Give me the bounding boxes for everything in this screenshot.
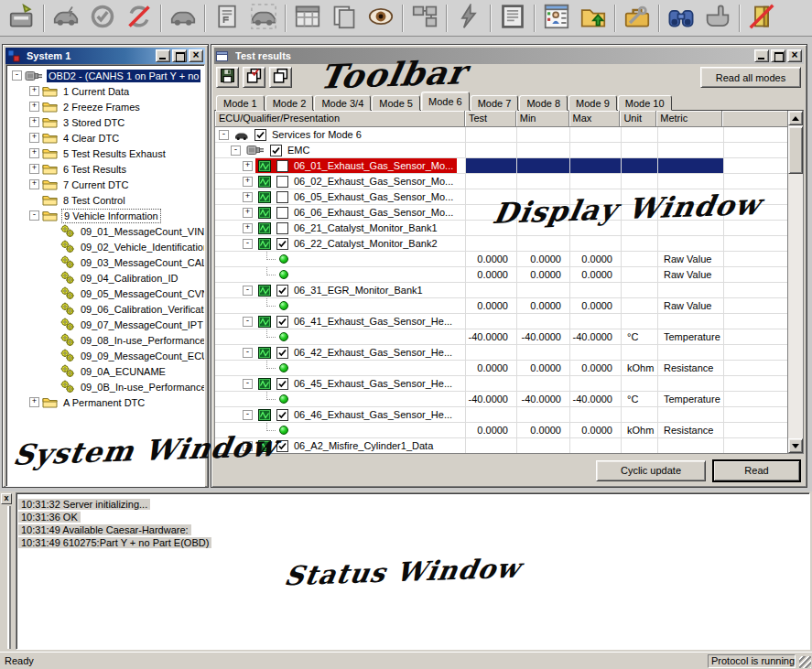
tree-item[interactable]: +4 Clear DTC	[6, 130, 204, 146]
tree-item-label[interactable]: 09_09_MessageCount_ECUN	[79, 350, 205, 362]
expand-icon[interactable]: +	[29, 148, 39, 158]
row-label[interactable]: 06_45_Exhaust_Gas_Sensor_He...	[292, 378, 454, 389]
minimize-button[interactable]	[156, 49, 170, 62]
toolbar-button-binoculars[interactable]	[663, 3, 699, 34]
tree-item[interactable]: +3 Stored DTC	[6, 114, 204, 130]
row-label[interactable]: 06_05_Exhaust_Gas_Sensor_Mo...	[292, 191, 455, 202]
toolbar-button-check-circle[interactable]	[84, 3, 121, 34]
row-label[interactable]: EMC	[286, 145, 311, 156]
tree-item-label[interactable]: 2 Freeze Frames	[61, 101, 142, 113]
toolbar-button-documents[interactable]	[326, 3, 363, 34]
row-label[interactable]: Services for Mode 6	[270, 129, 363, 140]
table-row[interactable]: -06_41_Exhaust_Gas_Sensor_He...	[215, 314, 787, 329]
toolbar-button-book[interactable]	[494, 3, 531, 34]
table-value-row[interactable]: 0.00000.00000.0000Raw Value	[215, 252, 787, 267]
expand-icon[interactable]: +	[243, 208, 253, 218]
expand-icon[interactable]: +	[29, 397, 39, 407]
collapse-icon[interactable]: -	[243, 239, 253, 249]
expand-icon[interactable]: +	[29, 86, 39, 96]
collapse-icon[interactable]: -	[243, 410, 253, 420]
checkbox-checked[interactable]	[276, 409, 288, 421]
toolbar-button-lightning[interactable]	[450, 3, 487, 34]
copy-selection-button[interactable]	[269, 67, 292, 88]
collapse-icon[interactable]: -	[12, 70, 22, 81]
tree-item-label[interactable]: 7 Current DTC	[61, 178, 131, 191]
tree-item-label[interactable]: 6 Test Results	[61, 163, 128, 176]
read-all-modes-button[interactable]: Read all modes	[700, 67, 801, 88]
tab-mode-2[interactable]: Mode 2	[265, 95, 314, 111]
tree-item[interactable]: 09_03_MessageCount_CALID	[6, 254, 204, 270]
checkbox-unchecked[interactable]	[276, 207, 288, 219]
checkbox-checked[interactable]	[276, 347, 288, 359]
table-row[interactable]: +06_01_Exhaust_Gas_Sensor_Mo...	[215, 158, 787, 174]
tree-item[interactable]: +6 Test Results	[6, 161, 204, 177]
table-row[interactable]: -06_31_EGR_Monitor_Bank1	[215, 283, 787, 298]
tree-item[interactable]: 09_02_Vehicle_Identification	[6, 239, 204, 254]
tree-item-label[interactable]: 09_08_In-use_Performance_	[79, 334, 205, 347]
resize-grip[interactable]	[799, 656, 811, 668]
tree-item-label[interactable]: 09_01_MessageCount_VIN	[79, 225, 205, 238]
column-header-ecu[interactable]: ECU/Qualifier/Presentation	[215, 111, 465, 127]
toolbar-button-table-window[interactable]	[289, 3, 326, 34]
checkbox-unchecked[interactable]	[276, 191, 288, 203]
checkbox-checked[interactable]	[276, 316, 288, 328]
checkbox-unchecked[interactable]	[276, 160, 288, 172]
table-row[interactable]: +06_02_Exhaust_Gas_Sensor_Mo...	[215, 174, 787, 189]
tree-item[interactable]: 8 Test Control	[6, 192, 204, 208]
system-window-titlebar[interactable]: System 1	[5, 48, 205, 64]
checkbox-checked[interactable]	[276, 440, 288, 452]
column-header-min[interactable]: Min	[516, 111, 569, 127]
column-header-test[interactable]: Test	[465, 111, 516, 127]
tree-item-label[interactable]: 8 Test Control	[61, 194, 127, 207]
cyclic-update-button[interactable]: Cyclic update	[596, 460, 706, 481]
tree-item[interactable]: 09_01_MessageCount_VIN	[6, 223, 204, 239]
tree-item-label[interactable]: A Permanent DTC	[61, 396, 146, 409]
tab-mode-5[interactable]: Mode 5	[372, 95, 420, 111]
toolbar-button-eye[interactable]	[363, 3, 399, 34]
table-row[interactable]: -06_42_Exhaust_Gas_Sensor_He...	[215, 345, 787, 361]
tree-item-label[interactable]: 1 Current Data	[61, 85, 131, 98]
toolbar-button-toolbox[interactable]	[619, 3, 655, 34]
toolbar-button-document-notes[interactable]	[209, 3, 245, 34]
table-row[interactable]: -06_45_Exhaust_Gas_Sensor_He...	[215, 376, 787, 392]
table-value-row[interactable]: -40.0000-40.0000-40.0000°CTemperature	[215, 329, 787, 345]
collapse-icon[interactable]: -	[243, 286, 253, 296]
tab-mode-10[interactable]: Mode 10	[618, 95, 672, 111]
minimize-button[interactable]	[754, 49, 769, 62]
column-header-unit[interactable]: Unit	[620, 111, 656, 127]
table-row[interactable]: +06_21_Catalyst_Monitor_Bank1	[215, 221, 787, 236]
table-value-row[interactable]: 0.00000.00000.0000Raw Value	[215, 298, 787, 314]
column-header-metric[interactable]: Metric	[656, 111, 722, 127]
toolbar-button-car-flash[interactable]	[48, 3, 84, 34]
collapse-icon[interactable]: -	[243, 379, 253, 389]
collapse-icon[interactable]: -	[243, 348, 253, 358]
row-label[interactable]: 06_31_EGR_Monitor_Bank1	[292, 285, 425, 296]
vertical-scrollbar[interactable]	[787, 111, 803, 453]
toolbar-button-hand-point[interactable]	[699, 3, 736, 34]
checkbox-checked[interactable]	[276, 238, 288, 250]
status-drag-grip[interactable]	[7, 506, 11, 649]
expand-icon[interactable]: +	[29, 102, 39, 112]
tree-item[interactable]: 09_0A_ECUNAME	[6, 363, 204, 379]
column-header-max[interactable]: Max	[569, 111, 621, 127]
expand-icon[interactable]: +	[243, 161, 253, 171]
tree-item-label[interactable]: 09_02_Vehicle_Identification	[79, 241, 205, 254]
tree-item[interactable]: 09_07_MessageCount_IPT	[6, 317, 204, 332]
tree-item[interactable]: 09_06_Calibration_Verification	[6, 301, 204, 317]
tree-item-label[interactable]: 09_0B_In-use_Performance_	[79, 381, 205, 394]
expand-icon[interactable]: +	[29, 164, 39, 174]
maximize-button[interactable]	[771, 49, 785, 62]
expand-icon[interactable]: +	[243, 177, 253, 187]
tree-item[interactable]: -OBD2 - (CANHS 1 on Part Y + no	[6, 68, 204, 83]
toolbar-button-flowchart[interactable]	[406, 3, 443, 34]
tree-item[interactable]: 09_0B_In-use_Performance_	[6, 379, 204, 394]
checkbox-unchecked[interactable]	[276, 176, 288, 188]
collapse-icon[interactable]: -	[219, 130, 229, 140]
checkbox-checked[interactable]	[254, 129, 266, 141]
row-label[interactable]: 06_22_Catalyst_Monitor_Bank2	[292, 238, 439, 249]
test-results-titlebar[interactable]: Test results	[214, 48, 804, 64]
expand-icon[interactable]: +	[29, 179, 39, 189]
tree-item[interactable]: 09_05_MessageCount_CVN	[6, 286, 204, 301]
table-value-row[interactable]: -40.0000-40.0000-40.0000°CTemperature	[215, 392, 787, 407]
table-row[interactable]: -06_46_Exhaust_Gas_Sensor_He...	[215, 407, 787, 423]
